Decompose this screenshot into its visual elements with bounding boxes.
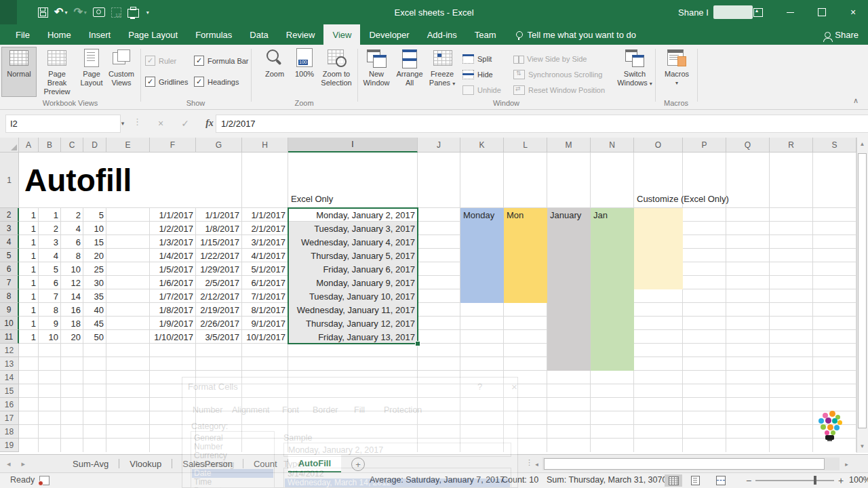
cell-C2[interactable]: 2	[61, 208, 83, 222]
cell-L2[interactable]: Mon	[504, 208, 547, 222]
cell-A7[interactable]: 1	[19, 276, 39, 289]
tab-developer[interactable]: Developer	[360, 24, 418, 45]
tab-formulas[interactable]: Formulas	[186, 24, 241, 45]
cell-D5[interactable]: 20	[83, 249, 106, 262]
column-header-Q[interactable]: Q	[726, 138, 770, 152]
user-name[interactable]: Shane I	[678, 0, 709, 24]
undo-icon[interactable]: ↶▾	[54, 7, 67, 18]
cell-A4[interactable]: 1	[19, 235, 39, 249]
column-header-P[interactable]: P	[683, 138, 726, 152]
zoom-percentage[interactable]: 100%	[849, 475, 868, 485]
tab-team[interactable]: Team	[466, 24, 505, 45]
cell-F4[interactable]: 1/3/2017	[150, 235, 196, 249]
name-box-dropdown-icon[interactable]: ▾	[117, 115, 129, 131]
zoom-button[interactable]: Zoom	[256, 47, 293, 79]
save-icon[interactable]	[38, 7, 48, 18]
tab-add-ins[interactable]: Add-ins	[418, 24, 466, 45]
cell-C9[interactable]: 16	[61, 303, 83, 317]
column-header-H[interactable]: H	[242, 138, 288, 152]
page-break-preview-button[interactable]: Page Break Preview	[38, 47, 76, 96]
cell-F5[interactable]: 1/4/2017	[150, 249, 196, 262]
cell-H2[interactable]: 1/1/2017	[242, 208, 288, 222]
cell-G10[interactable]: 2/26/2017	[196, 317, 242, 330]
enter-icon[interactable]: ✓	[175, 115, 195, 131]
cell-F10[interactable]: 1/9/2017	[150, 317, 196, 330]
cell-B11[interactable]: 10	[39, 330, 61, 344]
cell-N2[interactable]: Jan	[591, 208, 634, 222]
cell-B5[interactable]: 4	[39, 249, 61, 262]
cell-H4[interactable]: 3/1/2017	[242, 235, 288, 249]
cell-A2[interactable]: 1	[19, 208, 39, 222]
column-header-O[interactable]: O	[634, 138, 683, 152]
sheet-tab-vlookup[interactable]: Vlookup	[119, 455, 172, 472]
minimize-button[interactable]	[775, 0, 805, 24]
cell-B10[interactable]: 9	[39, 317, 61, 330]
hscroll-left-icon[interactable]: ◂	[532, 458, 542, 470]
tab-view[interactable]: View	[323, 24, 360, 45]
number-format-icon[interactable]	[111, 7, 121, 18]
row-header-1[interactable]: 1	[0, 152, 19, 208]
cell-D2[interactable]: 5	[83, 208, 106, 222]
row-header-7[interactable]: 7	[0, 276, 19, 289]
cell-A8[interactable]: 1	[19, 289, 39, 303]
cell-C6[interactable]: 10	[61, 262, 83, 276]
cell-G3[interactable]: 1/8/2017	[196, 222, 242, 235]
ribbon-display-options-icon[interactable]	[743, 0, 773, 24]
zoom-out-icon[interactable]: −	[746, 475, 751, 486]
print-icon[interactable]	[127, 7, 139, 18]
cell-H11[interactable]: 10/1/2017	[242, 330, 288, 344]
column-header-F[interactable]: F	[150, 138, 196, 152]
cell-C11[interactable]: 20	[61, 330, 83, 344]
cell-B8[interactable]: 7	[39, 289, 61, 303]
row-header-15[interactable]: 15	[0, 384, 19, 398]
cell-D6[interactable]: 25	[83, 262, 106, 276]
cell-C10[interactable]: 18	[61, 317, 83, 330]
row-header-10[interactable]: 10	[0, 317, 19, 330]
cell-F9[interactable]: 1/8/2017	[150, 303, 196, 317]
cell-G2[interactable]: 1/1/2017	[196, 208, 242, 222]
switch-windows-button[interactable]: Switch Windows ▾	[616, 47, 654, 88]
cell-B9[interactable]: 8	[39, 303, 61, 317]
selection-fill-handle[interactable]	[415, 341, 420, 346]
cell-D10[interactable]: 45	[83, 317, 106, 330]
zoom-slider[interactable]	[755, 480, 834, 481]
cell-B3[interactable]: 2	[39, 222, 61, 235]
cancel-icon[interactable]: ×	[151, 115, 171, 131]
gridlines-checkbox[interactable]: Gridlines	[145, 77, 188, 87]
column-header-M[interactable]: M	[547, 138, 591, 152]
column-header-K[interactable]: K	[460, 138, 504, 152]
cell-B2[interactable]: 1	[39, 208, 61, 222]
column-header-I[interactable]: I	[288, 138, 418, 152]
new-window-button[interactable]: New Window	[359, 47, 393, 87]
row-header-16[interactable]: 16	[0, 398, 19, 411]
cell-D3[interactable]: 10	[83, 222, 106, 235]
column-header-G[interactable]: G	[196, 138, 242, 152]
camera-icon[interactable]	[93, 7, 105, 17]
cell-K2[interactable]: Monday	[460, 208, 504, 222]
sheet-tab-autofill[interactable]: AutoFill	[288, 455, 341, 472]
cell-G6[interactable]: 1/29/2017	[196, 262, 242, 276]
cell-C7[interactable]: 12	[61, 276, 83, 289]
maximize-button[interactable]	[807, 0, 837, 24]
zoom-in-icon[interactable]: +	[838, 475, 844, 486]
cell-H6[interactable]: 5/1/2017	[242, 262, 288, 276]
row-header-9[interactable]: 9	[0, 303, 19, 317]
column-header-D[interactable]: D	[83, 138, 106, 152]
reset-window-position-button[interactable]: Reset Window Position	[513, 84, 605, 96]
cell-D4[interactable]: 15	[83, 235, 106, 249]
cell-A11[interactable]: 1	[19, 330, 39, 344]
close-button[interactable]: ×	[838, 0, 868, 24]
row-header-11[interactable]: 11	[0, 330, 19, 344]
row-header-13[interactable]: 13	[0, 357, 19, 371]
zoom-to-selection-button[interactable]: Zoom to Selection	[317, 47, 355, 87]
headings-checkbox[interactable]: Headings	[194, 77, 239, 87]
share-button[interactable]: Share	[825, 24, 859, 45]
zoom-100-button[interactable]: 100 100%	[292, 47, 317, 79]
normal-view-shortcut[interactable]	[665, 474, 682, 487]
cell-G5[interactable]: 1/22/2017	[196, 249, 242, 262]
cell-A10[interactable]: 1	[19, 317, 39, 330]
cell-F2[interactable]: 1/1/2017	[150, 208, 196, 222]
column-header-A[interactable]: A	[19, 138, 39, 152]
custom-views-button[interactable]: Custom Views	[106, 47, 137, 87]
cell-D11[interactable]: 50	[83, 330, 106, 344]
